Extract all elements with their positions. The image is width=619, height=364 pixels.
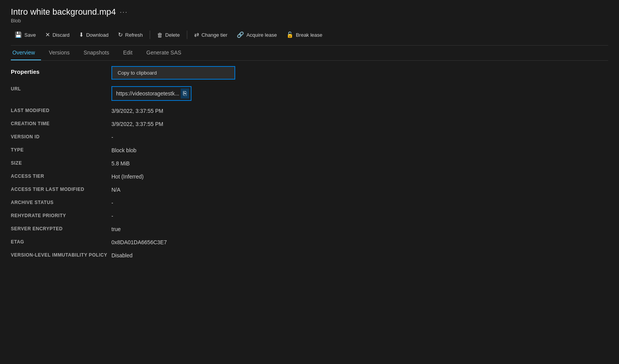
page-title: Intro white background.mp4 xyxy=(11,7,116,17)
more-options-icon[interactable]: ··· xyxy=(120,8,128,16)
discard-icon: ✕ xyxy=(45,31,50,38)
size-value: 5.8 MiB xyxy=(111,157,608,170)
access-tier-value: Hot (Inferred) xyxy=(111,170,608,183)
refresh-button[interactable]: ↻ Refresh xyxy=(114,29,147,41)
tab-overview[interactable]: Overview xyxy=(11,46,41,60)
acquire-lease-icon: 🔗 xyxy=(237,31,244,38)
refresh-icon: ↻ xyxy=(118,31,123,38)
size-key: SIZE xyxy=(11,157,111,170)
server-encrypted-key: SERVER ENCRYPTED xyxy=(11,223,111,236)
save-button[interactable]: 💾 Save xyxy=(11,29,40,41)
url-value: Copy to clipboard https://videostoragete… xyxy=(111,83,608,104)
subtitle: Blob xyxy=(11,18,608,24)
last-modified-value: 3/9/2022, 3:37:55 PM xyxy=(111,104,608,117)
download-icon: ⬇ xyxy=(79,31,84,38)
properties-section-title: Properties xyxy=(11,68,608,75)
archive-status-key: ARCHIVE STATUS xyxy=(11,196,111,209)
type-value: Block blob xyxy=(111,144,608,157)
change-tier-icon: ⇄ xyxy=(194,31,199,38)
type-key: TYPE xyxy=(11,144,111,157)
toolbar: 💾 Save ✕ Discard ⬇ Download ↻ Refresh 🗑 … xyxy=(11,29,608,46)
version-level-immutability-key: VERSION-LEVEL IMMUTABILITY POLICY xyxy=(11,249,111,262)
version-id-value: - xyxy=(111,131,608,144)
rehydrate-priority-key: REHYDRATE PRIORITY xyxy=(11,209,111,223)
delete-button[interactable]: 🗑 Delete xyxy=(153,29,184,41)
tab-edit[interactable]: Edit xyxy=(121,46,139,60)
save-icon: 💾 xyxy=(15,31,22,38)
download-button[interactable]: ⬇ Download xyxy=(75,29,113,41)
properties-table: URL Copy to clipboard https://videostora… xyxy=(11,83,608,262)
break-lease-icon: 🔓 xyxy=(286,31,294,38)
copy-tooltip: Copy to clipboard xyxy=(111,66,235,80)
archive-status-value: - xyxy=(111,196,608,209)
access-tier-key: ACCESS TIER xyxy=(11,170,111,183)
delete-icon: 🗑 xyxy=(157,32,163,38)
content: Properties URL Copy to clipboard https:/… xyxy=(11,61,608,262)
copy-icon: ⎘ xyxy=(183,90,187,97)
server-encrypted-value: true xyxy=(111,223,608,236)
change-tier-button[interactable]: ⇄ Change tier xyxy=(190,29,231,41)
access-tier-last-modified-key: ACCESS TIER LAST MODIFIED xyxy=(11,183,111,196)
url-key: URL xyxy=(11,83,111,104)
creation-time-value: 3/9/2022, 3:37:55 PM xyxy=(111,117,608,131)
last-modified-key: LAST MODIFIED xyxy=(11,104,111,117)
divider-1 xyxy=(150,31,150,39)
discard-button[interactable]: ✕ Discard xyxy=(41,29,74,41)
tab-snapshots[interactable]: Snapshots xyxy=(82,46,115,60)
tabs: Overview Versions Snapshots Edit Generat… xyxy=(11,46,608,61)
etag-key: ETAG xyxy=(11,236,111,249)
acquire-lease-button[interactable]: 🔗 Acquire lease xyxy=(233,29,281,41)
version-id-key: VERSION ID xyxy=(11,131,111,144)
page-container: Intro white background.mp4 ··· Blob 💾 Sa… xyxy=(0,0,619,262)
creation-time-key: CREATION TIME xyxy=(11,117,111,131)
title-row: Intro white background.mp4 ··· xyxy=(11,7,608,17)
url-input-wrapper: https://videostoragetestk... ⎘ xyxy=(111,86,192,101)
divider-2 xyxy=(187,31,187,39)
tab-versions[interactable]: Versions xyxy=(47,46,76,60)
url-container: Copy to clipboard https://videostoragete… xyxy=(111,86,192,101)
access-tier-last-modified-value: N/A xyxy=(111,183,608,196)
rehydrate-priority-value: - xyxy=(111,209,608,223)
version-level-immutability-value: Disabled xyxy=(111,249,608,262)
copy-url-button[interactable]: ⎘ xyxy=(181,88,189,99)
url-text: https://videostoragetestk... xyxy=(116,90,179,97)
break-lease-button[interactable]: 🔓 Break lease xyxy=(282,29,327,41)
etag-value: 0x8DA01DA6656C3E7 xyxy=(111,236,608,249)
tab-generate-sas[interactable]: Generate SAS xyxy=(145,46,187,60)
